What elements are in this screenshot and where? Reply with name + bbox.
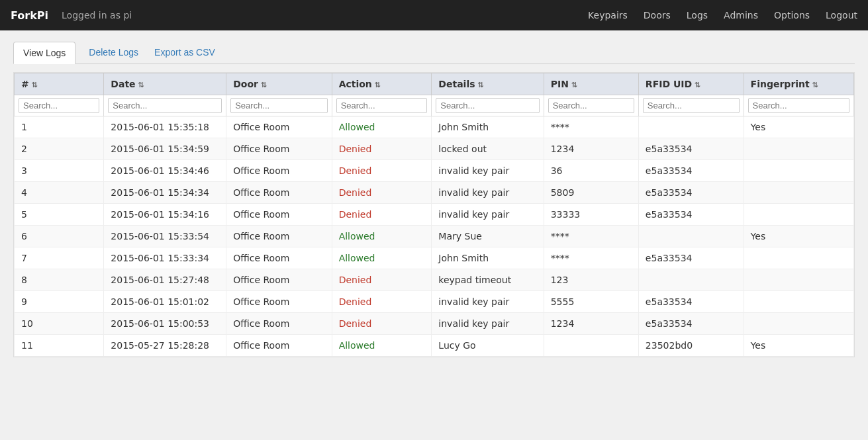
cell-rfid: 23502bd0 (638, 335, 744, 357)
cell-details: invalid key pair (432, 160, 544, 182)
cell-pin: 5809 (544, 182, 638, 204)
col-header-details[interactable]: Details⇅ (432, 73, 544, 95)
nav-item-logs[interactable]: Logs (687, 10, 708, 21)
search-input-door[interactable] (230, 98, 327, 113)
cell-pin: 36 (544, 160, 638, 182)
cell-details: keypad timeout (432, 269, 544, 291)
cell-details: invalid key pair (432, 291, 544, 313)
cell-details: Lucy Go (432, 335, 544, 357)
col-header-action[interactable]: Action⇅ (332, 73, 432, 95)
cell-details: invalid key pair (432, 182, 544, 204)
table-row: 12015-06-01 15:35:18Office RoomAllowedJo… (15, 116, 854, 138)
cell-num: 9 (15, 291, 104, 313)
nav-item-options[interactable]: Options (774, 10, 810, 21)
search-input-action[interactable] (336, 98, 428, 113)
cell-fingerprint (744, 313, 853, 335)
cell-date: 2015-06-01 15:34:59 (104, 138, 226, 160)
col-header-fingerprint[interactable]: Fingerprint⇅ (744, 73, 853, 95)
cell-pin: **** (544, 226, 638, 247)
sort-icon: ⇅ (32, 81, 38, 89)
cell-action: Allowed (332, 247, 432, 269)
search-input-details[interactable] (436, 98, 539, 113)
cell-date: 2015-06-01 15:35:18 (104, 116, 226, 138)
cell-door: Office Room (226, 313, 332, 335)
cell-fingerprint: Yes (744, 226, 853, 247)
cell-fingerprint: Yes (744, 116, 853, 138)
cell-door: Office Room (226, 182, 332, 204)
search-input-num[interactable] (19, 98, 99, 113)
nav-item-logout[interactable]: Logout (826, 10, 857, 21)
nav-item-keypairs[interactable]: Keypairs (588, 10, 628, 21)
cell-door: Office Room (226, 204, 332, 226)
cell-date: 2015-05-27 15:28:28 (104, 335, 226, 357)
cell-fingerprint (744, 247, 853, 269)
cell-pin: 1234 (544, 138, 638, 160)
tabs-bar: View LogsDelete LogsExport as CSV (13, 41, 855, 64)
col-header-pin[interactable]: PIN⇅ (544, 73, 638, 95)
cell-num: 2 (15, 138, 104, 160)
cell-rfid: e5a33534 (638, 138, 744, 160)
table-body: 12015-06-01 15:35:18Office RoomAllowedJo… (15, 116, 854, 357)
sort-icon: ⇅ (812, 81, 818, 89)
table-row: 62015-06-01 15:33:54Office RoomAllowedMa… (15, 226, 854, 247)
cell-num: 8 (15, 269, 104, 291)
cell-pin: 123 (544, 269, 638, 291)
cell-fingerprint (744, 182, 853, 204)
cell-details: John Smith (432, 116, 544, 138)
cell-date: 2015-06-01 15:00:53 (104, 313, 226, 335)
cell-num: 3 (15, 160, 104, 182)
tab-export-as-csv[interactable]: Export as CSV (152, 42, 218, 63)
cell-details: invalid key pair (432, 204, 544, 226)
cell-rfid: e5a33534 (638, 182, 744, 204)
cell-details: invalid key pair (432, 313, 544, 335)
cell-action: Denied (332, 313, 432, 335)
cell-details: John Smith (432, 247, 544, 269)
cell-date: 2015-06-01 15:34:34 (104, 182, 226, 204)
cell-fingerprint (744, 291, 853, 313)
nav-item-admins[interactable]: Admins (724, 10, 758, 21)
search-input-rfid[interactable] (643, 98, 740, 113)
nav-item-doors[interactable]: Doors (644, 10, 671, 21)
table-row: 52015-06-01 15:34:16Office RoomDeniedinv… (15, 204, 854, 226)
cell-action: Denied (332, 182, 432, 204)
cell-num: 10 (15, 313, 104, 335)
sort-icon: ⇅ (375, 81, 381, 89)
table-row: 92015-06-01 15:01:02Office RoomDeniedinv… (15, 291, 854, 313)
table-row: 42015-06-01 15:34:34Office RoomDeniedinv… (15, 182, 854, 204)
cell-door: Office Room (226, 116, 332, 138)
cell-pin: **** (544, 247, 638, 269)
tab-view-logs[interactable]: View Logs (13, 42, 75, 64)
cell-door: Office Room (226, 160, 332, 182)
col-header-date[interactable]: Date⇅ (104, 73, 226, 95)
cell-pin: **** (544, 116, 638, 138)
cell-action: Denied (332, 138, 432, 160)
cell-rfid (638, 226, 744, 247)
sort-icon: ⇅ (571, 81, 577, 89)
search-input-date[interactable] (108, 98, 222, 113)
col-header-rfid[interactable]: RFID UID⇅ (638, 73, 744, 95)
table-row: 72015-06-01 15:33:34Office RoomAllowedJo… (15, 247, 854, 269)
cell-num: 4 (15, 182, 104, 204)
cell-action: Denied (332, 291, 432, 313)
cell-fingerprint (744, 269, 853, 291)
cell-pin: 1234 (544, 313, 638, 335)
tab-delete-logs[interactable]: Delete Logs (86, 42, 141, 63)
cell-action: Allowed (332, 335, 432, 357)
cell-rfid: e5a33534 (638, 160, 744, 182)
cell-fingerprint (744, 160, 853, 182)
search-input-pin[interactable] (548, 98, 634, 113)
table-header-row: #⇅Date⇅Door⇅Action⇅Details⇅PIN⇅RFID UID⇅… (15, 73, 854, 95)
brand[interactable]: ForkPi (11, 9, 48, 22)
cell-action: Denied (332, 269, 432, 291)
cell-rfid: e5a33534 (638, 313, 744, 335)
cell-rfid (638, 269, 744, 291)
cell-rfid (638, 116, 744, 138)
col-header-num[interactable]: #⇅ (15, 73, 104, 95)
cell-date: 2015-06-01 15:34:16 (104, 204, 226, 226)
logs-table: #⇅Date⇅Door⇅Action⇅Details⇅PIN⇅RFID UID⇅… (14, 73, 854, 357)
navbar: ForkPi Logged in as pi KeypairsDoorsLogs… (0, 0, 868, 30)
cell-date: 2015-06-01 15:33:54 (104, 226, 226, 247)
cell-door: Office Room (226, 226, 332, 247)
search-input-fingerprint[interactable] (748, 98, 849, 113)
col-header-door[interactable]: Door⇅ (226, 73, 332, 95)
